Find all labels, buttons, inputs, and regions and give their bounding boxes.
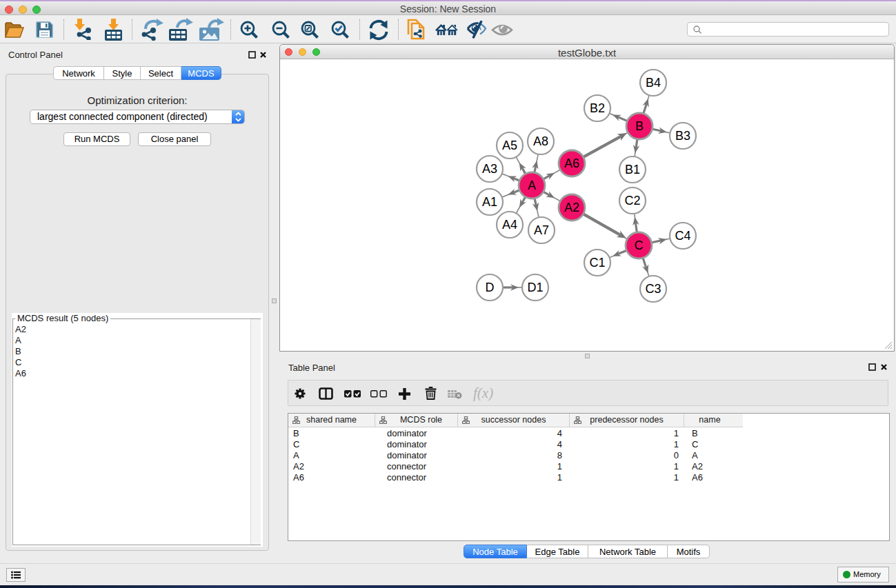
svg-text:A2: A2	[564, 201, 579, 214]
svg-text:B3: B3	[675, 129, 690, 143]
svg-text:B1: B1	[625, 163, 640, 176]
svg-text:C3: C3	[645, 282, 661, 296]
svg-text:A4: A4	[502, 218, 517, 232]
svg-text:D: D	[486, 281, 495, 294]
svg-text:A5: A5	[502, 139, 517, 152]
svg-text:C2: C2	[624, 194, 640, 207]
svg-text:A6: A6	[564, 156, 579, 170]
svg-text:C4: C4	[675, 229, 690, 243]
svg-text:B4: B4	[646, 76, 661, 90]
svg-text:C1: C1	[589, 256, 605, 270]
svg-text:B2: B2	[590, 101, 605, 115]
svg-text:D1: D1	[527, 281, 543, 294]
svg-text:A: A	[528, 179, 536, 192]
svg-text:B: B	[635, 119, 644, 133]
svg-text:A7: A7	[534, 223, 549, 237]
svg-text:A3: A3	[482, 162, 497, 176]
svg-text:A8: A8	[533, 134, 548, 148]
svg-text:C: C	[635, 239, 644, 252]
svg-text:A1: A1	[482, 195, 497, 209]
